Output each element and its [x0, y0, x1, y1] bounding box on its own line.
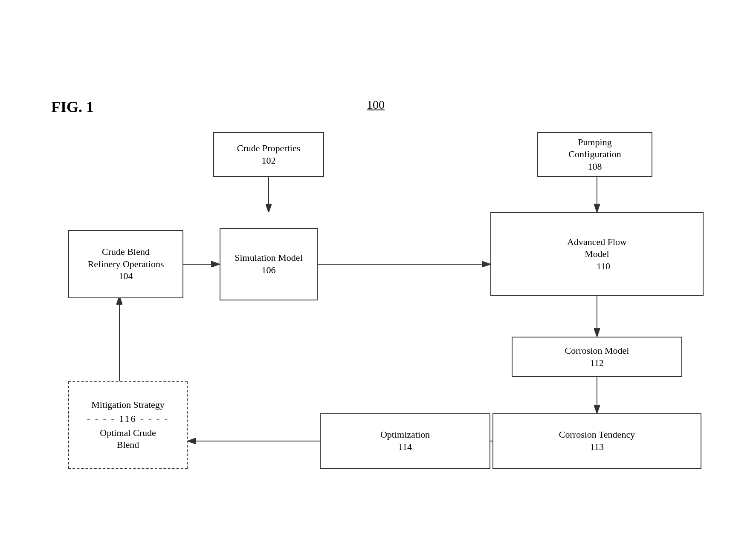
- crude-properties-title: Crude Properties: [237, 142, 300, 155]
- diagram-container: Crude Properties 102 Crude BlendRefinery…: [43, 111, 716, 516]
- pumping-config-title: PumpingConfiguration: [568, 136, 621, 161]
- corrosion-tendency-title: Corrosion Tendency: [559, 429, 635, 441]
- optimization-box: Optimization 114: [320, 413, 490, 469]
- crude-properties-box: Crude Properties 102: [213, 132, 324, 177]
- crude-blend-box: Crude BlendRefinery Operations 104: [68, 230, 183, 298]
- optimization-title: Optimization: [380, 429, 430, 441]
- advanced-flow-title: Advanced FlowModel: [567, 236, 627, 260]
- advanced-flow-number: 110: [580, 260, 627, 273]
- advanced-flow-box: Advanced FlowModel 110: [490, 212, 704, 296]
- corrosion-model-box: Corrosion Model 112: [512, 337, 682, 377]
- corrosion-model-title: Corrosion Model: [565, 345, 629, 357]
- corrosion-tendency-box: Corrosion Tendency 113: [492, 413, 701, 469]
- mitigation-strategy-dashes: - - - - 116 - - - -: [87, 413, 169, 425]
- optimization-number: 114: [380, 441, 430, 453]
- crude-blend-number: 104: [88, 270, 164, 283]
- crude-blend-title: Crude BlendRefinery Operations: [88, 246, 164, 270]
- mitigation-strategy-box: Mitigation Strategy - - - - 116 - - - - …: [68, 381, 188, 469]
- mitigation-strategy-title: Mitigation Strategy: [87, 399, 169, 411]
- corrosion-model-number: 112: [565, 357, 629, 369]
- mitigation-strategy-subtitle: Optimal CrudeBlend: [87, 427, 169, 451]
- diagram-number: 100: [367, 98, 385, 112]
- crude-properties-number: 102: [237, 155, 300, 167]
- pumping-config-box: PumpingConfiguration 108: [537, 132, 652, 177]
- simulation-model-box: Simulation Model 106: [220, 228, 318, 300]
- simulation-model-title: Simulation Model: [235, 252, 303, 264]
- pumping-config-number: 108: [568, 161, 621, 173]
- corrosion-tendency-number: 113: [559, 441, 635, 453]
- simulation-model-number: 106: [235, 264, 303, 277]
- mitigation-strategy-number: 116: [119, 413, 136, 424]
